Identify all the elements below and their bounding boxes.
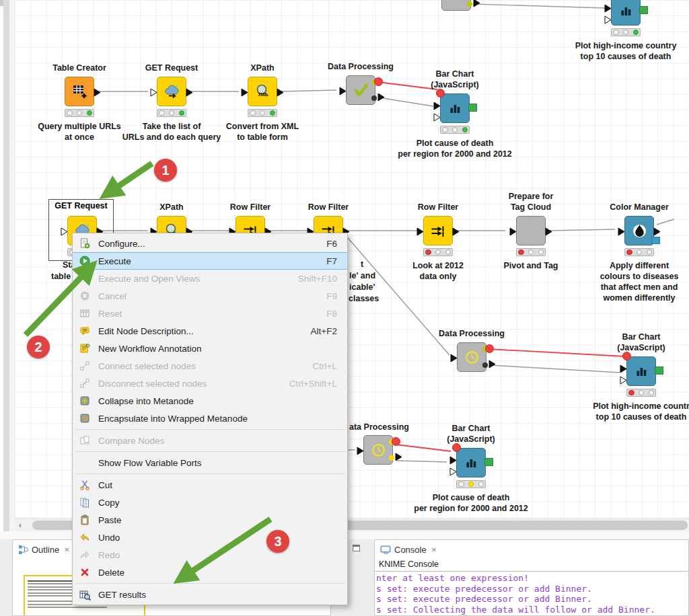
get-request-1-label: Take the list ofURLs and do each query [122, 121, 221, 143]
console-tab-label: Console [394, 545, 427, 555]
annotation-badge-1: 1 [154, 159, 177, 182]
node-port [241, 87, 248, 100]
bar-chart-3-title: Bar Chart(JavaScript) [447, 423, 495, 445]
node-label-fragment: le' and [349, 271, 375, 280]
table-creator-label: Query multiple URLsat once [38, 121, 121, 143]
color-manager-status-light [624, 248, 654, 256]
bar-chart-2-label: Plot high-income countrtop 10 causes of … [593, 401, 689, 422]
console-panel: Console ✕ KNIME Console nter at least on… [374, 539, 689, 616]
menu-item-edit-node-description[interactable]: Edit Node Description...Alt+F2 [73, 322, 347, 340]
color-manager-label: Apply differentcolours to diseasesthat a… [600, 260, 679, 303]
table-creator-node[interactable] [65, 77, 94, 106]
node-port [377, 92, 385, 104]
menu-item-show-flow-variable-ports[interactable]: Show Flow Variable Ports [73, 454, 347, 471]
color-manager-node[interactable] [624, 216, 654, 245]
left-scrollbar-track[interactable] [3, 0, 9, 531]
prepare-tag-cloud-node[interactable] [516, 216, 546, 245]
bar-chart-top-node[interactable] [611, 0, 641, 26]
outline-close-icon[interactable]: ✕ [64, 546, 69, 553]
menu-item-delete[interactable]: Delete [73, 564, 347, 581]
bar-chart-2-status-light [626, 389, 656, 397]
menu-item-cut[interactable]: Cut [73, 476, 347, 494]
node-label-fragment: table [51, 272, 71, 281]
bar-chart-2-node[interactable] [626, 356, 656, 386]
metanode-top-partial-node[interactable] [441, 0, 471, 11]
menu-item-compare-nodes[interactable]: ?Compare Nodes [73, 432, 347, 449]
redo-icon [77, 549, 92, 560]
menu-item-label: Cancel [98, 291, 326, 301]
menu-item-execute-and-open-views[interactable]: Execute and Open ViewsShift+F10 [73, 270, 347, 287]
node-port [473, 0, 480, 10]
edit-description-icon [77, 325, 92, 336]
menu-item-copy[interactable]: Copy [73, 494, 347, 511]
node-port [452, 227, 460, 239]
selected-node-title: GET Request [49, 201, 113, 210]
check-icon [352, 81, 370, 100]
data-processing-1-node[interactable] [346, 75, 375, 105]
console-output[interactable]: nter at least one expression! s set: exe… [375, 572, 688, 615]
filter-icon [429, 222, 447, 240]
menu-item-configure[interactable]: Configure...F6 [73, 235, 347, 252]
reset-icon [77, 308, 92, 319]
scroll-left-arrow[interactable]: ‹ [19, 521, 22, 530]
knime-workflow-editor: { "colors":{"accent_green":"#61a437","an… [0, 0, 689, 616]
menu-item-label: Undo [98, 533, 337, 543]
menu-item-new-workflow-annotation[interactable]: New Workflow Annotation [73, 340, 347, 357]
menu-item-encapsulate-into-wrapped-metanode[interactable]: Encapsulate into Wrapped Metanode [73, 410, 347, 427]
xpath-1-node[interactable]: XML [248, 77, 277, 106]
node-port [620, 375, 627, 387]
menu-item-shortcut: F6 [326, 239, 337, 249]
console-restore-icon[interactable] [353, 545, 360, 551]
clock-icon [463, 348, 481, 367]
table-creator-status-light [65, 109, 94, 117]
menu-item-shortcut: Shift+F10 [298, 274, 337, 284]
annotation-badge-3: 3 [266, 530, 289, 553]
menu-item-label: Cut [98, 480, 337, 490]
cancel-icon [77, 291, 92, 301]
bar-chart-1-label: Plot cause of deathper region for 2000 a… [398, 138, 512, 159]
cut-icon [77, 479, 92, 490]
disconnect-icon [77, 378, 92, 389]
menu-item-collapse-into-metanode[interactable]: Collapse into Metanode [73, 392, 347, 410]
compare-icon: ? [77, 435, 92, 446]
menu-item-connect-selected-nodes[interactable]: Connect selected nodesCtrl+L [73, 357, 347, 375]
data-processing-4-node[interactable] [363, 435, 393, 465]
menu-separator [75, 473, 345, 474]
bar-chart-1-node[interactable] [440, 93, 470, 123]
node-port [449, 467, 457, 479]
node-context-menu: Configure...F6ExecuteF7Execute and Open … [72, 233, 348, 605]
bar-chart-3-status-light [456, 480, 486, 488]
xpath-icon: XML [254, 83, 272, 101]
menu-item-reset[interactable]: ResetF8 [73, 305, 347, 322]
menu-item-shortcut: F8 [326, 309, 337, 319]
menu-item-label: Show Flow Variable Ports [98, 458, 337, 468]
row-filter-1-title: Row Filter [230, 202, 270, 213]
menu-item-paste[interactable]: Paste [73, 511, 347, 529]
console-close-icon[interactable]: ✕ [431, 546, 437, 553]
menu-item-undo[interactable]: Undo [73, 529, 347, 546]
menu-item-label: Connect selected nodes [98, 361, 313, 371]
node-port [449, 455, 457, 467]
bar-chart-2-title: Bar Chart(JavaScript) [617, 332, 665, 353]
data-processing-3-node[interactable] [457, 342, 486, 372]
menu-item-shortcut: Alt+F2 [311, 326, 337, 336]
menu-item-redo[interactable]: Redo [73, 546, 347, 564]
menu-item-execute[interactable]: ExecuteF7 [73, 252, 347, 270]
row-filter-3-node[interactable] [423, 216, 453, 245]
xpath-1-status-light [248, 109, 277, 117]
menu-item-cancel[interactable]: CancelF9 [73, 287, 347, 305]
menu-item-label: New Workflow Annotation [98, 344, 337, 354]
node-label-fragment: icable' [349, 282, 375, 292]
node-port [604, 3, 612, 15]
cloud-icon [163, 83, 181, 101]
menu-item-get-results[interactable]: GET results [73, 586, 347, 603]
node-port [395, 452, 402, 464]
get-results-icon [77, 589, 92, 601]
console-tab[interactable]: Console ✕ [375, 540, 688, 558]
get-request-1-node[interactable] [157, 77, 186, 106]
annotation-badge-2: 2 [27, 336, 50, 358]
bar-chart-3-node[interactable] [456, 448, 486, 477]
menu-item-disconnect-selected-nodes[interactable]: Disconnect selected nodesCtrl+Shift+L [73, 375, 347, 392]
node-port [357, 446, 364, 458]
node-port [620, 364, 627, 376]
